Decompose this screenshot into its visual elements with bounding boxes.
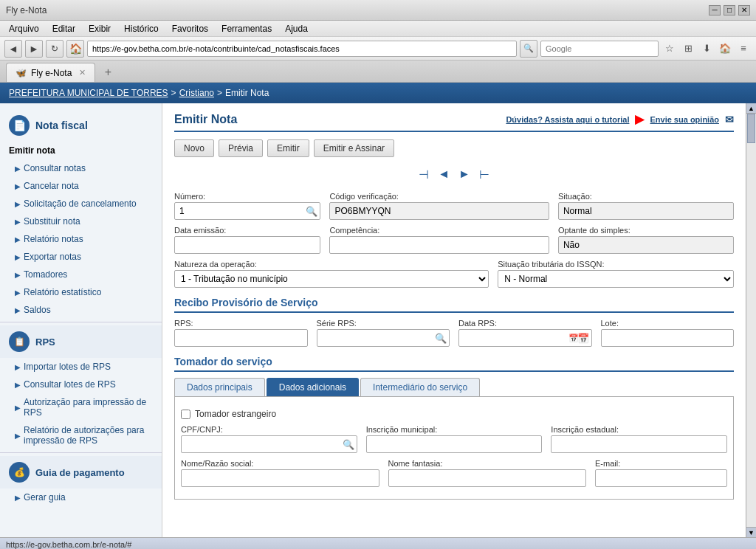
forward-button[interactable]: ► xyxy=(25,40,43,58)
email-input[interactable] xyxy=(595,469,727,487)
breadcrumb-prefeitura[interactable]: PREFEITURA MUNICIPAL DE TORRES xyxy=(9,88,168,98)
window-controls[interactable]: ─ □ ✕ xyxy=(709,5,750,15)
serie-rps-input[interactable] xyxy=(317,329,450,347)
bookmark-list-button[interactable]: ⊞ xyxy=(680,41,696,57)
tomador-tab-group: Dados principais Dados adicionais Interm… xyxy=(174,378,734,397)
nome-razao-input[interactable] xyxy=(181,469,379,487)
sidebar-item-cancelar-nota[interactable]: ▶ Cancelar nota xyxy=(0,177,162,195)
sidebar-item-solicitacao[interactable]: ▶ Solicitação de cancelamento xyxy=(0,195,162,213)
natureza-operacao-select[interactable]: 1 - Tributação no município xyxy=(174,270,489,288)
data-rps-icon2[interactable]: 📅 xyxy=(577,333,589,344)
numero-input-wrapper: 🔍 xyxy=(174,202,320,220)
rps-input[interactable] xyxy=(174,329,308,347)
insc-municipal-input[interactable] xyxy=(366,435,543,453)
tab-fly-enota[interactable]: 🦋 Fly e-Nota ✕ xyxy=(6,63,95,82)
menu-editar[interactable]: Editar xyxy=(47,22,81,35)
menu-exibir[interactable]: Exibir xyxy=(83,22,117,35)
scroll-track[interactable] xyxy=(746,114,756,527)
sidebar-item-relatorio-notas[interactable]: ▶ Relatório notas xyxy=(0,230,162,248)
sidebar-item-relatorio-autorizacoes[interactable]: ▶ Relatório de autorizações para impress… xyxy=(0,421,162,449)
search-go-button[interactable]: 🔍 xyxy=(520,40,537,58)
new-tab-button[interactable]: + xyxy=(98,63,117,82)
data-emissao-input[interactable] xyxy=(174,236,320,254)
sidebar-item-consultar-lotes[interactable]: ▶ Consultar lotes de RPS xyxy=(0,376,162,393)
tab-dados-adicionais[interactable]: Dados adicionais xyxy=(267,378,359,396)
tomador-estrangeiro-label: Tomador estrangeiro xyxy=(195,409,276,419)
next-record-button[interactable]: ► xyxy=(456,166,473,183)
breadcrumb-current: Emitir Nota xyxy=(225,88,269,98)
tab-dados-principais[interactable]: Dados principais xyxy=(174,378,265,396)
cod-verificacao-group: Código verificação: xyxy=(329,192,549,220)
address-bar[interactable] xyxy=(87,41,517,57)
tomador-estrangeiro-checkbox[interactable] xyxy=(181,410,190,419)
sidebar-item-saldos[interactable]: ▶ Saldos xyxy=(0,301,162,319)
nome-fantasia-input[interactable] xyxy=(388,469,587,487)
situacao-tributaria-select[interactable]: N - Normal xyxy=(498,270,734,288)
competencia-label: Competência: xyxy=(329,226,549,235)
competencia-input[interactable] xyxy=(329,236,549,254)
tab-intermediario-servico[interactable]: Intermediário do serviço xyxy=(360,378,480,396)
lote-input[interactable] xyxy=(601,329,735,347)
emitir-button[interactable]: Emitir xyxy=(267,139,309,157)
situacao-group: Situação: xyxy=(558,192,734,220)
nome-fantasia-label: Nome fantasia: xyxy=(388,459,587,468)
maximize-button[interactable]: □ xyxy=(724,5,735,15)
nome-fantasia-group: Nome fantasia: xyxy=(388,459,587,487)
cpf-cnpj-search-icon[interactable]: 🔍 xyxy=(343,439,354,450)
scroll-thumb[interactable] xyxy=(747,114,755,143)
previa-button[interactable]: Prévia xyxy=(219,139,263,157)
insc-estadual-input[interactable] xyxy=(551,435,727,453)
minimize-button[interactable]: ─ xyxy=(709,5,721,15)
sidebar-item-exportar-notas[interactable]: ▶ Exportar notas xyxy=(0,248,162,266)
optante-simples-label: Optante do simples: xyxy=(558,226,734,235)
sidebar-item-emitir-nota[interactable]: Emitir nota xyxy=(0,142,162,159)
sidebar-tomadores-label: Tomadores xyxy=(24,269,67,280)
sidebar-item-relatorio-estatistico[interactable]: ▶ Relatório estatístico xyxy=(0,283,162,301)
emitir-assinar-button[interactable]: Emitir e Assinar xyxy=(314,139,394,157)
serie-rps-search-icon[interactable]: 🔍 xyxy=(435,333,447,344)
numero-input[interactable] xyxy=(174,202,320,220)
sidebar-gerar-guia-label: Gerar guia xyxy=(24,492,66,503)
sidebar-item-tomadores[interactable]: ▶ Tomadores xyxy=(0,266,162,283)
search-input[interactable] xyxy=(540,41,659,57)
browser-titlebar: Fly e-Nota ─ □ ✕ xyxy=(0,0,756,21)
prev-record-button[interactable]: ◄ xyxy=(435,166,453,183)
close-button[interactable]: ✕ xyxy=(738,5,750,15)
home-button[interactable]: 🏠 xyxy=(66,40,84,58)
sidebar-item-importar-lotes[interactable]: ▶ Importar lotes de RPS xyxy=(0,358,162,376)
last-record-button[interactable]: ⊢ xyxy=(476,166,492,183)
arrow-icon-8: ▶ xyxy=(15,289,21,297)
sidebar-consultar-lotes-label: Consultar lotes de RPS xyxy=(24,379,116,390)
menu-button[interactable]: ≡ xyxy=(735,41,752,57)
sidebar-item-substituir-nota[interactable]: ▶ Substituir nota xyxy=(0,213,162,230)
sidebar-item-autorizacao-impressao[interactable]: ▶ Autorização para impressão de RPS xyxy=(0,393,162,421)
vertical-scrollbar[interactable]: ▲ ▼ xyxy=(746,103,756,537)
tab-close-icon[interactable]: ✕ xyxy=(79,68,86,77)
send-opinion-link[interactable]: Envie sua opinião xyxy=(650,115,719,124)
menu-ajuda[interactable]: Ajuda xyxy=(279,22,314,35)
sidebar-item-gerar-guia[interactable]: ▶ Gerar guia xyxy=(0,488,162,506)
back-button[interactable]: ◄ xyxy=(4,40,22,58)
menu-historico[interactable]: Histórico xyxy=(118,22,165,35)
scroll-up-button[interactable]: ▲ xyxy=(746,103,756,114)
tab-label: Fly e-Nota xyxy=(31,68,72,78)
situacao-tributaria-group: Situação tributária do ISSQN: N - Normal xyxy=(498,260,734,288)
novo-button[interactable]: Novo xyxy=(174,139,214,157)
menu-arquivo[interactable]: Arquivo xyxy=(3,22,45,35)
refresh-button[interactable]: ↻ xyxy=(46,40,63,58)
download-button[interactable]: ⬇ xyxy=(698,41,715,57)
tutorial-link[interactable]: Dúvidas? Assista aqui o tutorial xyxy=(506,115,629,124)
situacao-input xyxy=(558,202,734,220)
bookmark-star-button[interactable]: ☆ xyxy=(662,41,678,57)
numero-search-icon[interactable]: 🔍 xyxy=(306,206,317,217)
cpf-cnpj-input[interactable] xyxy=(181,435,357,453)
serie-rps-label: Série RPS: xyxy=(317,319,450,328)
menu-favoritos[interactable]: Favoritos xyxy=(166,22,214,35)
breadcrumb-cristiano[interactable]: Cristiano xyxy=(179,88,214,98)
home-nav-button[interactable]: 🏠 xyxy=(717,41,733,57)
sidebar-item-consultar-notas[interactable]: ▶ Consultar notas xyxy=(0,159,162,177)
first-record-button[interactable]: ⊣ xyxy=(416,166,432,183)
menu-ferramentas[interactable]: Ferramentas xyxy=(216,22,278,35)
arrow-icon-12: ▶ xyxy=(15,404,21,412)
scroll-down-button[interactable]: ▼ xyxy=(746,527,756,537)
